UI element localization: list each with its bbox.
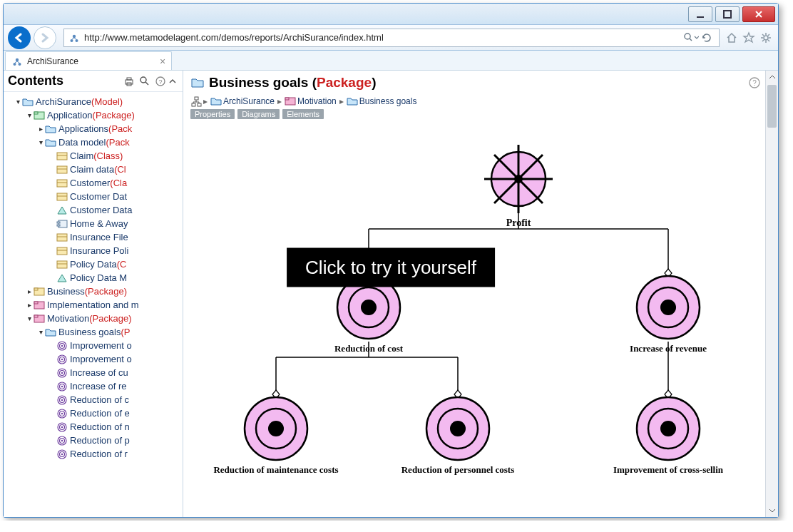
tree-item[interactable]: Customer Data [6,203,183,217]
favorites-icon[interactable] [741,30,757,46]
tree-toggle-icon[interactable]: ▾ [14,95,22,108]
tree-item[interactable]: ▾Business goals (P [6,325,183,339]
forward-button[interactable] [34,26,56,49]
tree-item-label: Improvement o [70,352,132,366]
tree-item-icon [56,421,68,433]
tree-item-icon [56,354,68,365]
overlay-banner[interactable]: Click to try it yourself [287,248,495,287]
tree-item[interactable]: Reduction of r [6,447,183,461]
scroll-down-arrow-icon[interactable] [766,504,778,517]
tree-item[interactable]: ▾Motivation (Package) [6,312,183,325]
tree-item[interactable]: Improvement o [6,352,183,366]
tree-toggle-icon[interactable]: ▾ [36,325,45,339]
tree-item[interactable]: Increase of re [6,379,183,393]
diagram-goal-node[interactable]: Reduction of personnel costs [401,397,515,475]
tree-item[interactable]: ▾ArchiSurance (Model) [6,95,183,108]
tree-item[interactable]: ▸Implementation and m [6,298,183,312]
tree-item[interactable]: ▸Business (Package) [6,285,183,298]
minimize-button[interactable] [688,6,712,22]
svg-rect-40 [34,315,38,317]
refresh-icon[interactable] [699,30,715,46]
tree-item[interactable]: Home & Away [6,217,183,230]
browser-window: http://www.metamodelagent.com/demos/repo… [3,3,779,518]
maximize-button[interactable] [715,6,740,22]
title-suffix: ) [372,75,376,91]
svg-point-6 [764,36,768,40]
tree-item-label: Reduction of e [70,406,130,420]
search-icon[interactable] [138,75,151,88]
svg-rect-36 [34,288,38,290]
tree-item[interactable]: Policy Data (C [6,257,183,271]
svg-point-5 [685,34,690,39]
tree-item-icon [56,205,68,216]
section-tab[interactable]: Properties [190,109,235,119]
svg-point-101 [268,421,284,436]
home-icon[interactable] [724,30,740,46]
content-area: Contents ? ▾ArchiSurance (Model)▾Applica… [4,71,778,517]
tree-item[interactable]: Customer (Cla [6,176,183,190]
diagram-goal-node[interactable]: Reduction of maintenance costs [213,397,338,475]
tree-item-type: (P [121,325,130,339]
tree-item[interactable]: ▾Data model (Pack [6,135,183,149]
tree-toggle-icon[interactable]: ▾ [36,135,45,149]
section-tab[interactable]: Elements [282,109,324,119]
tree-item-label: Increase of cu [70,366,128,379]
tree-item-label: Customer Data [70,203,132,217]
tree-toggle-icon[interactable]: ▸ [25,298,34,312]
address-bar[interactable]: http://www.metamodelagent.com/demos/repo… [63,29,720,47]
svg-text:?: ? [158,78,162,86]
settings-gear-icon[interactable] [758,30,774,46]
tree-item-type: (C [117,257,127,271]
tree-toggle-icon[interactable]: ▾ [25,312,34,325]
tree-item[interactable]: Claim (Class) [6,149,183,163]
scrollbar-thumb[interactable] [767,85,777,128]
svg-text:Reduction of cost: Reduction of cost [334,343,404,354]
tree-item[interactable]: ▸Applications (Pack [6,122,183,135]
diagram-area[interactable]: ProfitReduction of costIncrease of reven… [183,122,778,517]
breadcrumb-separator-icon: ▸ [277,96,282,106]
breadcrumb-item[interactable]: Business goals [359,96,417,106]
tab-close-icon[interactable]: × [160,56,165,67]
tree-item[interactable]: Claim data (Cl [6,163,183,176]
scroll-up-icon[interactable] [167,77,178,86]
page-help-icon[interactable]: ? [748,76,761,89]
diagram-goal-node[interactable]: Improvement of cross-sellin [613,397,724,475]
vertical-scrollbar[interactable] [765,71,778,517]
breadcrumb-separator-icon: ▸ [203,96,208,106]
tree-item[interactable]: ▾Application (Package) [6,108,183,122]
tree-item[interactable]: Improvement o [6,339,183,352]
tree-item[interactable]: Increase of cu [6,366,183,379]
tree-item[interactable]: Reduction of p [6,434,183,447]
breadcrumb-item[interactable]: ArchiSurance [223,96,275,106]
tree-toggle-icon[interactable]: ▸ [25,285,34,298]
scroll-up-arrow-icon[interactable] [766,71,778,83]
breadcrumb-item[interactable]: Motivation [297,96,337,106]
tree-item-type: (Class) [93,149,123,163]
tree-item[interactable]: Customer Dat [6,190,183,203]
back-button[interactable] [8,26,31,49]
print-icon[interactable] [123,75,135,88]
tree-item[interactable]: Policy Data M [6,271,183,285]
svg-point-55 [61,399,63,400]
tree-toggle-icon[interactable]: ▾ [25,108,34,122]
svg-text:?: ? [752,79,757,87]
tree-item-icon [56,272,68,284]
close-button[interactable] [742,6,775,22]
tree-item[interactable]: Insurance File [6,230,183,244]
tree-item-icon [56,232,68,243]
tree-item[interactable]: Insurance Poli [6,244,183,257]
svg-text:Increase of revenue: Increase of revenue [630,343,707,354]
tree-toggle-icon[interactable]: ▸ [36,122,45,135]
tree-item[interactable]: Reduction of c [6,393,183,406]
help-icon[interactable]: ? [154,75,167,88]
svg-rect-27 [57,222,60,223]
tree-item[interactable]: Reduction of n [6,420,183,434]
search-dropdown-icon[interactable] [683,30,699,46]
section-tab[interactable]: Diagrams [237,109,280,119]
browser-tab[interactable]: ArchiSurance × [5,51,172,70]
svg-point-43 [61,344,63,346]
svg-rect-22 [57,180,67,187]
tree-item-icon [56,340,68,352]
tree-item[interactable]: Reduction of e [6,406,183,420]
tree-item-icon [56,164,68,175]
